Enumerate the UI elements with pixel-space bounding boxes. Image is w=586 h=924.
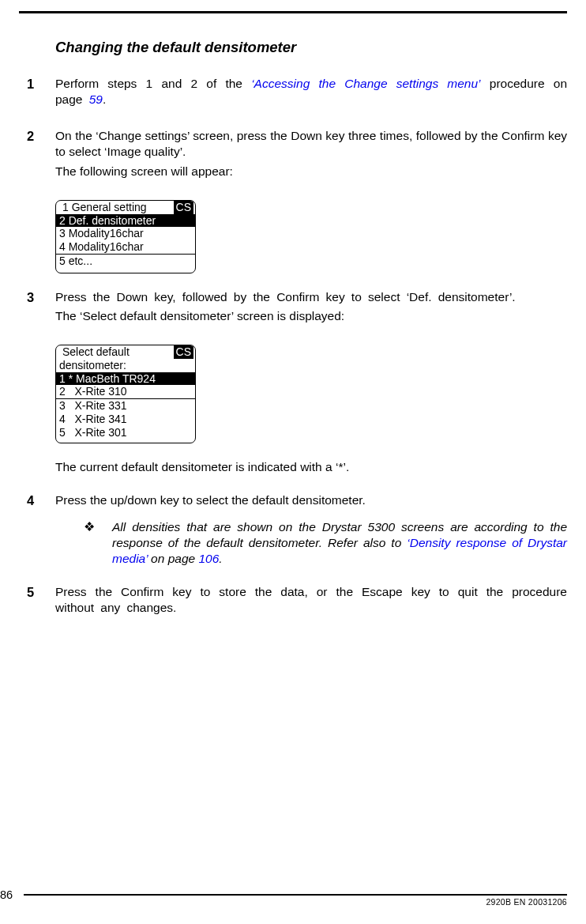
step-number: 2 (27, 128, 55, 182)
note: ❖ All densities that are shown on the Dr… (84, 519, 567, 567)
step-body: Press the Confirm key to store the data,… (55, 584, 567, 619)
link-page-59[interactable]: 59 (89, 92, 103, 106)
step-body: Perform steps 1 and 2 of the ‘Accessing … (55, 76, 567, 111)
lcd1-cs-badge: CS (174, 201, 193, 214)
top-rule (19, 11, 567, 13)
lcd2-row2: 2 X-Rite 310 (56, 385, 195, 398)
lcd2-row3: 3 X-Rite 331 (56, 399, 195, 413)
page-content: Changing the default densitometer 1 Perf… (27, 32, 567, 637)
step-5: 5 Press the Confirm key to store the dat… (27, 584, 567, 619)
text: on page (148, 552, 199, 565)
text: The current default densitometer is indi… (55, 460, 349, 473)
text: The following screen will appear: (55, 164, 567, 179)
lcd1-row4: 4 Modality16char (56, 240, 195, 254)
step-list-cont2: 4 Press the up/down key to select the de… (27, 492, 567, 620)
document-id: 2920B EN 20031206 (486, 897, 567, 908)
text: . (103, 92, 106, 106)
text: Press the up/down key to select the defa… (55, 492, 567, 508)
step-body: Press the Down key, followed by the Conf… (55, 289, 567, 327)
note-body: All densities that are shown on the Drys… (112, 519, 567, 567)
step-number: 4 (27, 492, 55, 568)
lcd2-row4: 4 X-Rite 341 (56, 413, 195, 426)
step-2: 2 On the ‘Change settings’ screen, press… (27, 128, 567, 182)
lcd1-row2-selected: 2 Def. densitometer (56, 214, 195, 228)
link-page-106[interactable]: 106 (198, 552, 219, 565)
lcd1-row3: 3 Modality16char (56, 227, 195, 240)
footer: 86 2920B EN 20031206 (0, 894, 567, 911)
section-title: Changing the default densitometer (55, 38, 567, 57)
footer-rule (24, 894, 567, 896)
text: The ‘Select default densitometer’ screen… (55, 308, 567, 324)
step-3: 3 Press the Down key, followed by the Co… (27, 289, 567, 327)
lcd2-row1-selected: 1 * MacBeth TR924 (56, 372, 195, 386)
lcd1-row5: 5 etc... (56, 254, 195, 272)
step-1: 1 Perform steps 1 and 2 of the ‘Accessin… (27, 76, 567, 111)
lcd2-header2: densitometer: (56, 359, 195, 372)
text: On the ‘Change settings’ screen, press t… (55, 128, 567, 160)
lcd-screen-2: Select default CS densitometer: 1 * MacB… (55, 345, 567, 443)
step3-tail: The current default densitometer is indi… (55, 459, 567, 475)
step-body: Press the up/down key to select the defa… (55, 492, 567, 568)
lcd-screen-1: 1 General setting CS 2 Def. densitometer… (55, 200, 567, 273)
step-number: 3 (27, 289, 55, 327)
lcd2-header1: Select default (59, 345, 130, 359)
step-body: On the ‘Change settings’ screen, press t… (55, 128, 567, 182)
lcd2-row5: 5 X-Rite 301 (56, 426, 195, 443)
step-4: 4 Press the up/down key to select the de… (27, 492, 567, 568)
step-list-cont1: 3 Press the Down key, followed by the Co… (27, 289, 567, 327)
text: Press the Confirm key to store the data,… (55, 584, 567, 616)
text: Perform steps 1 and 2 of the (55, 77, 251, 90)
text: . (219, 552, 222, 565)
text: Press the Down key, followed by the Conf… (55, 289, 567, 305)
step-list: 1 Perform steps 1 and 2 of the ‘Accessin… (27, 76, 567, 183)
step-number: 5 (27, 584, 55, 619)
lcd2-cs-badge: CS (174, 345, 193, 359)
step-number: 1 (27, 76, 55, 111)
link-accessing-menu[interactable]: ‘Accessing the Change settings menu’ (251, 77, 480, 90)
lcd1-row1: 1 General setting (59, 201, 147, 214)
note-bullet-icon: ❖ (84, 519, 112, 567)
page-number: 86 (0, 888, 16, 903)
